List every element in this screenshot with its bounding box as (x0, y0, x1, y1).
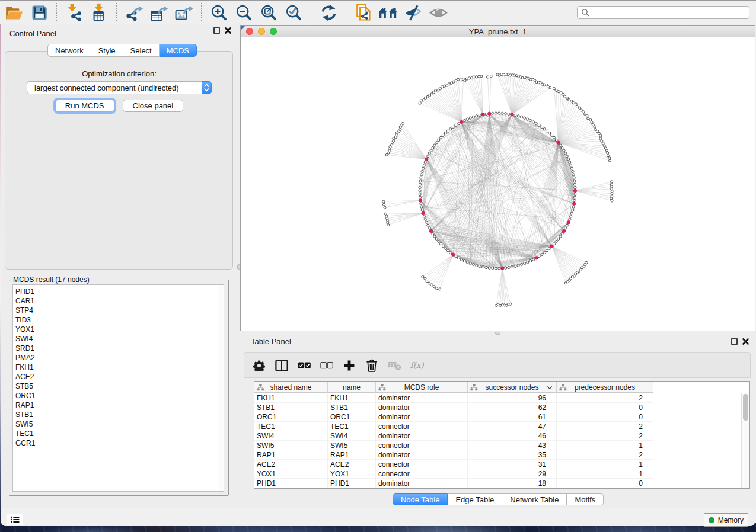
table-row[interactable]: ACE2ACE2connector311 (254, 460, 653, 469)
unselect-all-columns-button[interactable] (320, 358, 334, 373)
open-file-button[interactable] (2, 2, 27, 23)
apply-layout-button[interactable] (316, 2, 341, 23)
float-panel-icon[interactable] (213, 27, 220, 34)
table-cell: connector (376, 422, 468, 431)
table-row[interactable]: TEC1TEC1connector472 (254, 422, 653, 431)
export-network-button[interactable] (122, 2, 146, 23)
table-tab-motifs[interactable]: Motifs (567, 493, 604, 505)
table-panel-title: Table Panel (251, 337, 291, 346)
select-all-columns-button[interactable] (297, 358, 311, 373)
column-header-predecessor-nodes[interactable]: predecessor nodes (557, 382, 653, 393)
network-canvas[interactable] (241, 38, 755, 330)
save-session-button[interactable] (27, 2, 52, 23)
shared-column-icon (378, 384, 386, 391)
close-panel-icon[interactable] (225, 27, 231, 34)
mcds-list-scrollbar[interactable] (218, 285, 224, 491)
column-header-name[interactable]: name (328, 382, 376, 393)
mcds-node-item[interactable]: ORC1 (13, 391, 224, 400)
mcds-node-item[interactable]: TID3 (13, 315, 224, 325)
control-tab-mcds[interactable]: MCDS (160, 44, 197, 57)
mcds-node-item[interactable]: RAP1 (13, 400, 224, 410)
mcds-node-item[interactable]: CAR1 (13, 296, 224, 306)
table-row[interactable]: SWI4SWI4dominator462 (254, 431, 653, 441)
table-row[interactable]: YOX1YOX1connector291 (254, 469, 653, 479)
table-cell: SWI5 (254, 441, 328, 450)
column-header-shared-name[interactable]: shared name (254, 382, 328, 393)
first-neighbors-button[interactable] (376, 2, 401, 23)
toolbar-separator (201, 3, 202, 22)
task-history-button[interactable] (7, 514, 23, 525)
mcds-node-item[interactable]: PMA2 (13, 353, 224, 363)
export-network-icon (125, 4, 143, 21)
column-header-MCDS-role[interactable]: MCDS role (376, 382, 468, 393)
table-row[interactable]: FKH1FKH1dominator962 (254, 393, 653, 403)
export-image-button[interactable] (171, 2, 196, 23)
splitter-grip[interactable] (495, 332, 500, 335)
table-row[interactable]: RAP1RAP1dominator352 (254, 450, 653, 460)
mcds-node-item[interactable]: SRD1 (13, 344, 224, 353)
mcds-node-item[interactable]: ACE2 (13, 372, 224, 382)
control-tab-select[interactable]: Select (123, 44, 160, 57)
search-input[interactable] (589, 7, 749, 18)
mcds-node-item[interactable]: SWI4 (13, 334, 224, 344)
search-box[interactable] (577, 6, 749, 19)
close-panel-button[interactable]: Close panel (123, 100, 184, 112)
mcds-node-item[interactable]: PHD1 (13, 287, 224, 296)
table-tab-network-table[interactable]: Network Table (502, 493, 567, 505)
table-cell: dominator (376, 479, 468, 488)
float-table-panel-icon[interactable] (731, 338, 738, 345)
column-header-successor-nodes[interactable]: successor nodes (468, 382, 557, 393)
control-tab-style[interactable]: Style (91, 44, 123, 57)
table-cell: 1 (557, 469, 653, 479)
import-network-button[interactable] (62, 2, 87, 23)
create-column-button[interactable] (342, 358, 356, 373)
control-tab-network[interactable]: Network (47, 44, 91, 57)
save-session-icon (30, 4, 48, 21)
table-cell: 29 (468, 469, 557, 479)
table-cell: SWI4 (254, 431, 328, 441)
table-tab-node-table[interactable]: Node Table (393, 493, 448, 505)
mcds-node-item[interactable]: YOX1 (13, 325, 224, 334)
export-table-button[interactable] (146, 2, 171, 23)
clone-network-button[interactable] (351, 2, 376, 23)
show-columns-button[interactable] (275, 358, 289, 373)
toolbar-separator (311, 3, 311, 22)
delete-columns-button[interactable] (365, 358, 379, 373)
scrollbar-thumb[interactable] (743, 394, 748, 421)
zoom-in-button[interactable] (206, 2, 231, 23)
memory-button[interactable]: Memory (704, 513, 748, 527)
hide-selected-button[interactable] (401, 2, 426, 23)
table-row[interactable]: STB1STB1dominator620 (254, 403, 653, 412)
mcds-node-item[interactable]: STP4 (13, 306, 224, 315)
table-row[interactable]: SWI5SWI5connector431 (254, 441, 653, 450)
show-all-button[interactable] (426, 2, 451, 23)
zoom-selected-button[interactable] (281, 2, 306, 23)
mcds-node-item[interactable]: SWI5 (13, 419, 224, 429)
table-row[interactable]: ORC1ORC1dominator610 (254, 412, 653, 422)
mcds-node-item[interactable]: TEC1 (13, 429, 224, 438)
optimization-select[interactable]: largest connected component (undirected) (27, 81, 212, 94)
table-cell: connector (376, 460, 468, 469)
mcds-node-item[interactable]: FKH1 (13, 363, 224, 372)
mcds-node-item[interactable]: GCR1 (13, 438, 224, 448)
table-settings-button[interactable] (252, 358, 266, 373)
column-label: predecessor nodes (575, 383, 635, 392)
zoom-in-icon (210, 4, 228, 21)
table-scrollbar[interactable] (741, 393, 749, 488)
control-panel-header: Control Panel (1, 25, 237, 39)
horizontal-splitter[interactable] (240, 331, 756, 335)
mcds-node-item[interactable]: STB5 (13, 382, 224, 391)
table-panel: Table Panel f(x) shared namenameMCDS rol… (240, 335, 756, 508)
close-table-panel-icon[interactable] (742, 338, 749, 345)
table-row[interactable]: PHD1PHD1dominator180 (254, 479, 653, 488)
table-cell: SWI5 (328, 441, 376, 450)
column-label: successor nodes (485, 383, 538, 392)
table-tab-edge-table[interactable]: Edge Table (448, 493, 502, 505)
zoom-fit-button[interactable] (256, 2, 281, 23)
import-table-button[interactable] (87, 2, 111, 23)
mcds-node-item[interactable]: STB1 (13, 410, 224, 419)
mcds-result-list[interactable]: PHD1CAR1STP4TID3YOX1SWI4SRD1PMA2FKH1ACE2… (12, 284, 224, 492)
search-icon (581, 8, 589, 17)
run-mcds-button[interactable]: Run MCDS (55, 100, 114, 112)
zoom-out-button[interactable] (231, 2, 256, 23)
